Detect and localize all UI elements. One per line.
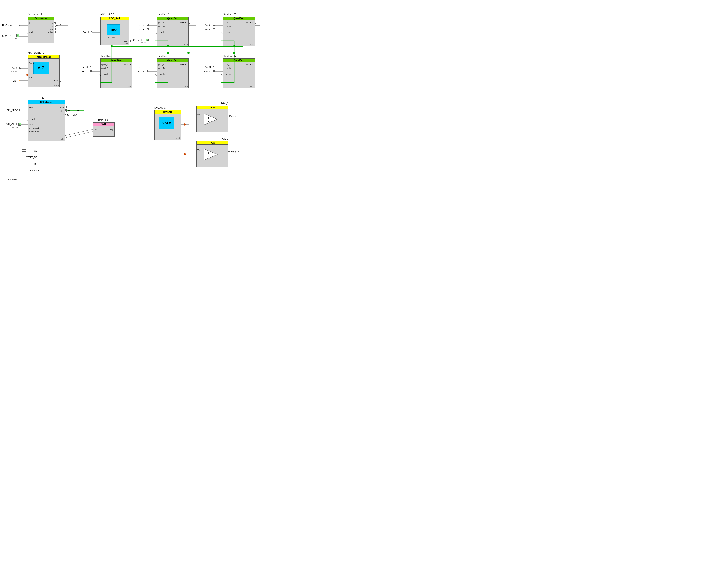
pga2-vin: Vin (197, 149, 200, 151)
tft-cs-label: TFT_CS (28, 150, 37, 152)
spi-miso-label: SPI_MISO (7, 109, 18, 112)
vout2-label: Vout_2 (231, 151, 239, 153)
debouncer1-label: Debouncer_1 (28, 13, 42, 15)
quaddec4-clock-tri: ▷ (155, 74, 157, 77)
svg-point-78 (111, 45, 113, 47)
adc-sar1-eoc: eoc (124, 40, 127, 42)
debouncer1-port-either: either (48, 31, 53, 33)
quaddec1-block[interactable]: QuadDec quad_A quad_B clock interrupt ▷ … (157, 17, 189, 46)
pin1-pin (19, 67, 21, 69)
tft-dc-wire (22, 156, 26, 158)
quaddec4-int-pin (188, 64, 190, 65)
tft-rst-pin (26, 163, 28, 165)
quaddec1-int-pin (188, 22, 190, 24)
tft-rst-wire (22, 163, 26, 165)
quaddec4-quad-b: quad_B (158, 67, 165, 69)
svg-text:+: + (208, 116, 209, 120)
pin8-label: Pin_8 (138, 66, 144, 68)
debouncer1-port-neg: neg (50, 28, 53, 30)
pin10-label: Pin_10 (204, 66, 211, 68)
debouncer1-clock-indicator: ▷ (26, 32, 28, 35)
quaddec4-label: QuadDec_4 (157, 55, 170, 57)
pin6-pin (90, 66, 92, 67)
pin11-label: Pin_11 (204, 70, 211, 73)
quaddec3-header: QuadDec (101, 59, 132, 62)
vout1-pin (229, 116, 231, 117)
quaddec4-quad-a: quad_A (158, 64, 165, 66)
tft-spi-rx: rx_interrupt (29, 127, 39, 129)
svg-point-37 (184, 123, 186, 126)
quaddec4-block[interactable]: QuadDec quad_A quad_B clock interrupt ▷ … (157, 58, 189, 88)
pin6-label: Pin_6 (82, 66, 88, 68)
touch-cs-label: Touch_CS (28, 169, 39, 172)
tft-spi-clock: clock (31, 118, 36, 120)
tft-spi-mosi: mosi (60, 106, 64, 108)
quaddec3-bit: 8-bit (128, 85, 132, 88)
quaddec1-header: QuadDec (157, 17, 188, 20)
quaddec5-clock-tri: ▷ (221, 74, 223, 77)
svg-marker-43 (204, 114, 217, 125)
tft-spi-label: TFT_SPI (36, 97, 46, 99)
svg-text:−: − (208, 120, 209, 123)
quaddec2-block[interactable]: QuadDec quad_A quad_B clock interrupt ▷ … (223, 17, 255, 46)
quaddec2-int-pin (255, 22, 256, 24)
delta-sigma-icon: Δ Σ (33, 62, 49, 74)
quaddec2-clock-tri: ▷ (221, 32, 223, 35)
clock2-symbol: ⊓⊓ (16, 34, 19, 37)
quaddec3-int-pin (132, 64, 134, 65)
dma-tx-header: DMA (93, 123, 114, 126)
adc-sar1-label: ADC_SAR_1 (100, 13, 114, 15)
debouncer1-block[interactable]: Debouncer d clock q pos neg either ▷ (28, 17, 54, 43)
pot1-pin (91, 31, 93, 32)
adc-sar1-vrefout: □ vref_out (106, 36, 115, 38)
adc-delsig1-block[interactable]: ADC_DelSig Δ Σ Pin_1 Vref eoc 16-bit (28, 55, 60, 87)
svg-point-16 (187, 52, 190, 54)
pga1-header: PGA (197, 106, 228, 109)
pga1-label: PGA_1 (221, 102, 228, 105)
tft-spi-tx: tx_interrupt (29, 131, 39, 133)
quaddec3-quad-a: quad_A (101, 64, 108, 66)
pin3-pin (147, 28, 149, 30)
quaddec1-bit: 8-bit (184, 43, 188, 46)
svg-line-34 (65, 132, 93, 138)
quaddec5-interrupt: interrupt (246, 64, 254, 66)
spi-clk-label: SPI_CLK (67, 114, 77, 116)
adc-delsig1-eoc-pin (59, 80, 61, 82)
adc-delsig1-header: ADC_DelSig (28, 55, 59, 59)
quaddec2-label: QuadDec_2 (223, 13, 236, 15)
adc-delsig1-label: ADC_DelSig_1 (28, 51, 44, 54)
vout1-label: Vout_1 (231, 115, 239, 118)
dma-nrq: nrq (110, 129, 113, 131)
tft-spi-header: SPI Master (28, 101, 65, 104)
pin2-pin (147, 24, 149, 26)
tft-spi-reset: reset (29, 124, 33, 126)
debouncer1-pin-neg (54, 28, 56, 30)
quaddec3-label: QuadDec_3 (100, 55, 113, 57)
dma-tx-block[interactable]: DMA drq nrq (93, 122, 115, 137)
pga2-block[interactable]: PGA Vin + − (196, 141, 228, 168)
debouncer1-port-pos: pos (50, 25, 53, 27)
quaddec5-block[interactable]: QuadDec quad_A quad_B clock interrupt ▷ … (223, 58, 255, 88)
rotbutton-label: RotButton (2, 24, 13, 27)
quaddec3-clock: clock (104, 73, 108, 75)
quaddec1-clock-tri: ▷ (155, 32, 157, 35)
tft-spi-clock-tri: ▷ (26, 119, 28, 122)
quaddec2-header: QuadDec (223, 17, 255, 20)
pin9-pin (147, 70, 148, 72)
quaddec3-block[interactable]: QuadDec quad_A quad_B clock interrupt ▷ … (100, 58, 132, 88)
tft-spi-miso: miso (29, 106, 33, 108)
quaddec5-quad-a: quad_A (224, 64, 231, 66)
pin5-pin (213, 28, 215, 30)
quaddec2-clock: clock (226, 31, 231, 33)
quaddec4-clock: clock (160, 73, 165, 75)
adc-sar1-block[interactable]: ADC_SAR +SAR □ vref_out eoc 8-bit (100, 17, 129, 45)
dvdac1-block[interactable]: DVDAC VDAC 12-bit (154, 110, 181, 140)
adc-delsig1-vref: Vref (29, 76, 32, 79)
pga2-label: PGA_2 (221, 137, 228, 140)
tft-spi-mosi-pin (65, 106, 67, 108)
tft-spi-block[interactable]: SPI Master miso mosi sclk ss clock reset… (28, 100, 65, 141)
rotbutton-pin (19, 24, 20, 26)
pga2-opamp: + − (203, 148, 221, 161)
svg-point-38 (184, 153, 186, 155)
pga1-block[interactable]: PGA Vin + − (196, 106, 228, 132)
